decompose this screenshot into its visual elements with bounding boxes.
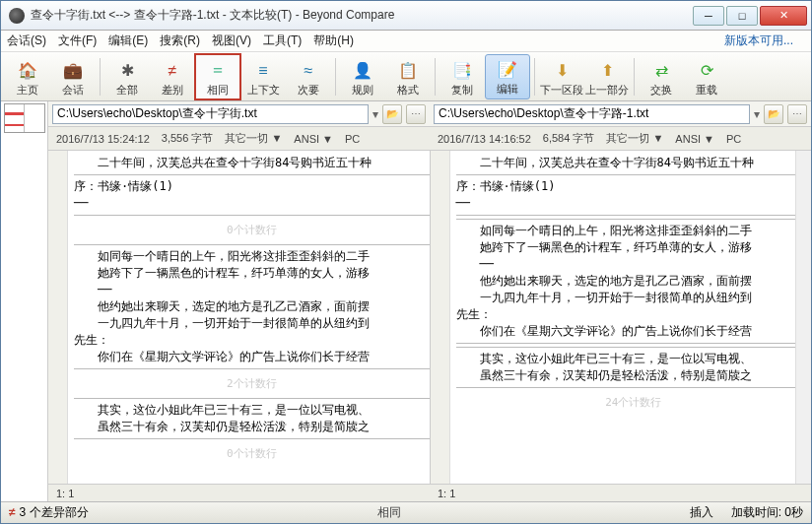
left-pane[interactable]: 二十年间，汉芙总共在查令十字街84号购书近五十种序：书缘·情缘(1)──0个计数… — [48, 151, 431, 484]
browse-left-button[interactable]: ⋯ — [406, 104, 426, 124]
left-date: 2016/7/13 15:24:12 — [56, 133, 150, 145]
text-line: 先生： — [74, 332, 430, 349]
right-size: 6,584 字节 — [543, 131, 595, 146]
hidden-lines-marker: 0个计数行 — [74, 219, 430, 241]
format-button[interactable]: 📋格式 — [385, 54, 431, 99]
diff-button[interactable]: ≠差别 — [150, 54, 195, 99]
block-separator — [74, 368, 430, 369]
all-button[interactable]: ✱全部 — [104, 54, 150, 99]
separator — [634, 58, 635, 96]
left-other[interactable]: 其它一切 ▼ — [225, 131, 282, 146]
referee-icon: 👤 — [353, 61, 372, 81]
minor-button[interactable]: ≈次要 — [286, 54, 331, 99]
text-line: ── — [456, 256, 812, 273]
open-file-left-button[interactable]: 📂 — [382, 104, 402, 124]
right-path-cell: ▾ 📂 ⋯ — [430, 101, 811, 126]
new-version-link[interactable]: 新版本可用... — [724, 33, 793, 49]
right-path-input[interactable] — [434, 104, 750, 124]
menu-view[interactable]: 视图(V) — [212, 33, 251, 49]
toolbar: 🏠主页 💼会话 ✱全部 ≠差别 ＝相同 ≡上下文 ≈次要 👤规则 📋格式 📑复制… — [1, 52, 811, 101]
context-button[interactable]: ≡上下文 — [240, 54, 286, 99]
left-os[interactable]: PC — [345, 133, 360, 145]
reload-button[interactable]: ⟳重载 — [684, 54, 729, 99]
block-separator — [74, 398, 430, 399]
block-separator — [456, 347, 812, 348]
dropdown-icon[interactable]: ▾ — [754, 107, 760, 121]
edit-icon: 📝 — [498, 60, 517, 80]
menu-help[interactable]: 帮助(H) — [313, 33, 354, 49]
right-encoding[interactable]: ANSI ▼ — [675, 133, 714, 145]
notequal-icon: ≠ — [9, 505, 16, 519]
path-row: ▾ 📂 ⋯ ▾ 📂 ⋯ — [48, 101, 811, 127]
text-line: 序：书缘·情缘(1) — [456, 178, 812, 195]
right-os[interactable]: PC — [726, 133, 741, 145]
left-cursor-pos: 1: 1 — [48, 485, 430, 501]
maximize-button[interactable]: □ — [726, 6, 758, 26]
text-line: 虽然三十有余，汉芙却仍是轻松活泼，特别是简牍之 — [456, 367, 812, 384]
window-buttons: ─ □ ✕ — [691, 6, 807, 26]
home-button[interactable]: 🏠主页 — [5, 54, 50, 99]
text-line: 虽然三十有余，汉芙却仍是轻松活泼，特别是简牍之 — [74, 419, 430, 435]
open-file-right-button[interactable]: 📂 — [764, 104, 783, 124]
reload-icon: ⟳ — [697, 61, 716, 81]
hidden-lines-marker: 0个计数行 — [74, 442, 430, 465]
status-insert: 插入 — [690, 504, 713, 521]
separator — [100, 58, 101, 96]
vertical-scrollbar[interactable] — [795, 151, 811, 484]
next-section-button[interactable]: ⬇下一区段 — [539, 54, 584, 99]
left-text: 二十年间，汉芙总共在查令十字街84号购书近五十种序：书缘·情缘(1)──0个计数… — [48, 151, 430, 469]
text-line: 序：书缘·情缘(1) — [74, 178, 430, 195]
right-other[interactable]: 其它一切 ▼ — [606, 131, 663, 146]
dropdown-icon[interactable]: ▾ — [372, 107, 378, 121]
text-line: 二十年间，汉芙总共在查令十字街84号购书近五十种 — [74, 155, 430, 171]
minimize-button[interactable]: ─ — [693, 6, 724, 26]
titlebar: 查令十字街.txt <--> 查令十字路-1.txt - 文本比较(T) - B… — [1, 1, 811, 31]
right-date: 2016/7/13 14:16:52 — [438, 133, 531, 145]
same-button[interactable]: ＝相同 — [195, 54, 240, 99]
content-column: ▾ 📂 ⋯ ▾ 📂 ⋯ 2016/7/13 15:24:12 3,556 字节 … — [48, 101, 811, 501]
session-button[interactable]: 💼会话 — [50, 54, 96, 99]
browse-right-button[interactable]: ⋯ — [787, 104, 807, 124]
right-cursor-pos: 1: 1 — [430, 485, 811, 501]
text-line: 先生： — [456, 306, 812, 323]
block-separator — [456, 215, 812, 216]
text-line: ── — [456, 195, 812, 212]
menu-search[interactable]: 搜索(R) — [160, 33, 200, 49]
menu-session[interactable]: 会话(S) — [7, 33, 46, 49]
left-size: 3,556 字节 — [162, 131, 214, 146]
menu-file[interactable]: 文件(F) — [58, 33, 97, 49]
copy-button[interactable]: 📑复制 — [440, 54, 485, 99]
block-separator — [456, 174, 812, 175]
right-info: 2016/7/13 14:16:52 6,584 字节 其它一切 ▼ ANSI … — [430, 127, 811, 150]
right-pane[interactable]: 二十年间，汉芙总共在查令十字街84号购书近五十种序：书缘·情缘(1)── 如同每… — [431, 151, 812, 484]
right-text: 二十年间，汉芙总共在查令十字街84号购书近五十种序：书缘·情缘(1)── 如同每… — [431, 151, 812, 418]
menu-edit[interactable]: 编辑(E) — [108, 33, 148, 49]
block-separator — [456, 343, 812, 344]
app-icon — [9, 8, 25, 24]
equal-icon: ＝ — [208, 61, 228, 81]
left-path-input[interactable] — [52, 104, 369, 124]
rules-button[interactable]: 👤规则 — [340, 54, 385, 99]
separator — [335, 58, 336, 96]
separator — [534, 58, 535, 96]
prev-section-button[interactable]: ⬆上一部分 — [584, 54, 630, 99]
text-line: 一九四九年十月，一切开始于一封很简单的从纽约到 — [74, 315, 430, 332]
window-title: 查令十字街.txt <--> 查令十字路-1.txt - 文本比较(T) - B… — [31, 7, 691, 24]
swap-icon: ⇄ — [651, 61, 671, 81]
text-line: ── — [74, 195, 430, 212]
left-encoding[interactable]: ANSI ▼ — [294, 133, 333, 145]
text-line: ── — [74, 282, 430, 298]
overview-thumbnail[interactable] — [4, 103, 45, 133]
format-icon: 📋 — [398, 61, 418, 81]
block-separator — [456, 387, 812, 388]
menubar: 会话(S) 文件(F) 编辑(E) 搜索(R) 视图(V) 工具(T) 帮助(H… — [1, 31, 811, 52]
text-line: 他约她出来聊天，选定的地方是孔乙己酒家，面前摆 — [456, 273, 812, 290]
separator — [435, 58, 436, 96]
context-icon: ≡ — [253, 61, 273, 81]
text-line: 她跨下了一辆黑色的计程车，纤巧单薄的女人，游移 — [456, 239, 812, 256]
close-button[interactable]: ✕ — [760, 6, 807, 26]
menu-tools[interactable]: 工具(T) — [263, 33, 302, 49]
swap-button[interactable]: ⇄交换 — [639, 54, 684, 99]
edit-button[interactable]: 📝编辑 — [485, 54, 530, 99]
status-same: 相同 — [106, 504, 672, 521]
